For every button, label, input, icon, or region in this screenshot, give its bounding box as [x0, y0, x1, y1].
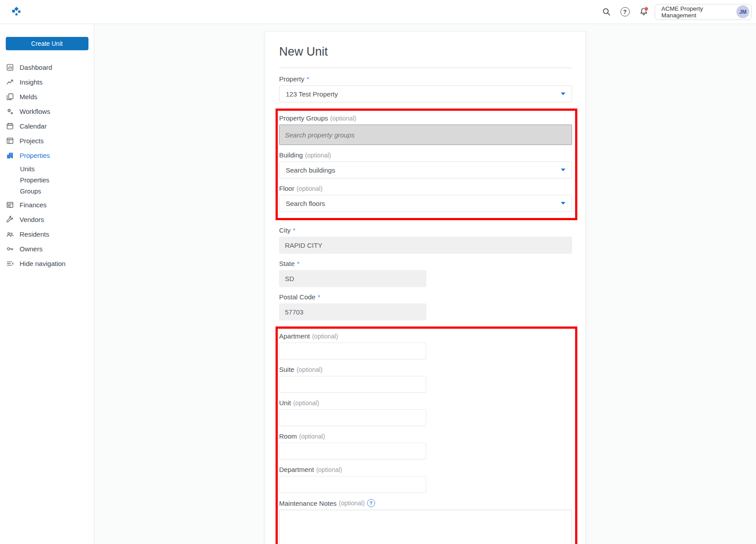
- required-marker: *: [307, 75, 309, 83]
- building-label: Building: [279, 151, 303, 159]
- optional-marker: (optional): [339, 500, 364, 507]
- insights-icon: [6, 78, 14, 86]
- optional-marker: (optional): [296, 366, 322, 373]
- sidebar-item-properties-sub[interactable]: Properties: [0, 174, 94, 185]
- optional-marker: (optional): [293, 399, 319, 407]
- sidebar-item-label: Insights: [20, 78, 43, 86]
- sidebar-item-calendar[interactable]: Calendar: [0, 119, 94, 133]
- unit-label: Unit: [279, 399, 291, 407]
- chevron-down-icon: [561, 202, 565, 205]
- unit-field-group: Unit (optional): [279, 399, 572, 426]
- sidebar-item-vendors[interactable]: Vendors: [0, 212, 94, 227]
- required-marker: *: [293, 226, 296, 234]
- help-icon[interactable]: ?: [617, 4, 632, 20]
- state-label: State: [279, 260, 295, 267]
- main-content: New Unit Property * 123 Test Property Pr…: [95, 24, 756, 544]
- residents-icon: [6, 230, 14, 238]
- state-field-group: State *: [279, 260, 572, 287]
- vendors-icon: [6, 216, 14, 223]
- room-field-group: Room (optional): [279, 432, 572, 459]
- department-input[interactable]: [279, 476, 426, 493]
- sidebar-item-hide-navigation[interactable]: Hide navigation: [0, 256, 94, 271]
- city-field-group: City *: [279, 226, 572, 254]
- optional-marker: (optional): [296, 185, 322, 192]
- app-window: ? ACME Property Management JM Create Uni…: [0, 0, 756, 544]
- annotation-box-grouping-fields: Property Groups (optional) Building (opt…: [276, 109, 577, 220]
- owners-icon: [6, 245, 14, 253]
- hide-navigation-icon: [6, 260, 14, 267]
- floor-label: Floor: [279, 185, 294, 192]
- avatar[interactable]: JM: [736, 5, 749, 18]
- search-icon[interactable]: [599, 4, 614, 20]
- maintenance-notes-label: Maintenance Notes: [279, 500, 336, 507]
- title-divider: [279, 68, 572, 68]
- chevron-down-icon: [561, 169, 565, 171]
- maintenance-notes-field-group: Maintenance Notes (optional) ?: [279, 499, 572, 544]
- optional-marker: (optional): [299, 433, 325, 440]
- unit-input[interactable]: [279, 409, 426, 426]
- apartment-field-group: Apartment (optional): [279, 332, 572, 359]
- floor-field-group: Floor (optional) Search floors: [279, 185, 572, 212]
- annotation-box-optional-fields: Apartment (optional) Suite (optional) Un…: [276, 326, 577, 544]
- sidebar-subitem-label: Properties: [20, 177, 49, 184]
- org-switcher[interactable]: ACME Property Management JM: [655, 4, 752, 20]
- org-name: ACME Property Management: [661, 5, 732, 19]
- properties-sub-nav: Units Properties Groups: [0, 163, 94, 197]
- building-select[interactable]: Search buildings: [279, 161, 572, 178]
- sidebar-item-label: Finances: [20, 201, 47, 209]
- apartment-input[interactable]: [279, 343, 426, 359]
- chevron-down-icon: [561, 93, 565, 95]
- sidebar-item-owners[interactable]: Owners: [0, 242, 94, 256]
- department-label: Department: [279, 466, 314, 473]
- sidebar-item-projects[interactable]: Projects: [0, 133, 94, 148]
- room-input[interactable]: [279, 443, 426, 459]
- apartment-label: Apartment: [279, 332, 310, 340]
- page-title: New Unit: [279, 45, 572, 59]
- city-label: City: [279, 226, 291, 234]
- dashboard-icon: [6, 64, 14, 71]
- suite-input[interactable]: [279, 376, 426, 393]
- sidebar-item-dashboard[interactable]: Dashboard: [0, 60, 94, 75]
- sidebar-item-label: Vendors: [20, 216, 44, 223]
- property-groups-search-input: [279, 125, 572, 145]
- postal-code-field-group: Postal Code *: [279, 293, 572, 320]
- sidebar-item-label: Calendar: [20, 122, 47, 130]
- sidebar-item-label: Projects: [20, 137, 44, 145]
- sidebar-item-workflows[interactable]: Workflows: [0, 104, 94, 119]
- app-logo[interactable]: [11, 6, 22, 18]
- new-unit-form-card: New Unit Property * 123 Test Property Pr…: [264, 31, 586, 544]
- sidebar-item-properties[interactable]: Properties: [0, 148, 94, 163]
- create-unit-button[interactable]: Create Unit: [6, 37, 88, 50]
- sidebar-item-label: Dashboard: [20, 64, 52, 71]
- properties-icon: [6, 152, 14, 159]
- room-label: Room: [279, 432, 297, 440]
- finances-icon: [6, 201, 14, 209]
- topbar: ? ACME Property Management JM: [0, 0, 756, 24]
- floor-select-value: Search floors: [286, 200, 325, 207]
- sidebar-subitem-label: Units: [20, 165, 35, 173]
- property-field-group: Property * 123 Test Property: [279, 75, 572, 102]
- sidebar-nav: Dashboard Insights Melds: [0, 60, 94, 271]
- sidebar-item-melds[interactable]: Melds: [0, 89, 94, 104]
- property-select-value: 123 Test Property: [286, 90, 338, 98]
- sidebar-item-label: Properties: [20, 152, 50, 159]
- sidebar-item-groups[interactable]: Groups: [0, 185, 94, 197]
- field-help-icon[interactable]: ?: [367, 499, 375, 507]
- bell-icon[interactable]: [636, 4, 651, 20]
- suite-field-group: Suite (optional): [279, 366, 572, 393]
- topbar-actions: ? ACME Property Management JM: [599, 4, 752, 20]
- maintenance-notes-textarea[interactable]: [279, 510, 572, 544]
- property-groups-label: Property Groups: [279, 114, 328, 122]
- floor-select[interactable]: Search floors: [279, 195, 572, 212]
- building-field-group: Building (optional) Search buildings: [279, 151, 572, 178]
- state-input: [279, 270, 426, 287]
- sidebar-item-residents[interactable]: Residents: [0, 227, 94, 242]
- optional-marker: (optional): [305, 152, 331, 159]
- sidebar-item-units[interactable]: Units: [0, 163, 94, 174]
- sidebar-item-finances[interactable]: Finances: [0, 197, 94, 212]
- app-logo-icon: [11, 6, 22, 18]
- sidebar-item-insights[interactable]: Insights: [0, 75, 94, 89]
- optional-marker: (optional): [330, 115, 356, 122]
- property-select[interactable]: 123 Test Property: [279, 85, 572, 102]
- question-glyph: ?: [620, 7, 630, 16]
